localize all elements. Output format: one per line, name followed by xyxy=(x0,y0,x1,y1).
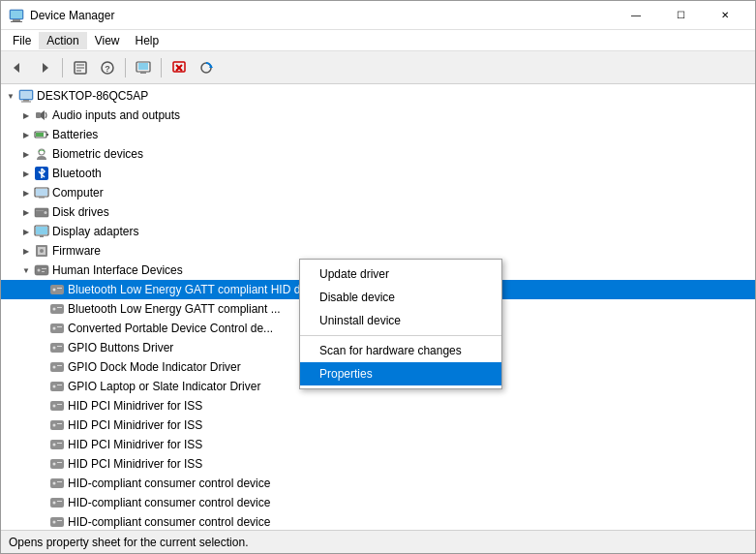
svg-rect-58 xyxy=(50,362,64,372)
menu-view[interactable]: View xyxy=(87,32,128,49)
expand-arrow-audio[interactable] xyxy=(18,108,34,123)
svg-rect-32 xyxy=(39,197,45,199)
menu-action[interactable]: Action xyxy=(39,32,86,49)
menu-help[interactable]: Help xyxy=(128,32,167,49)
firmware-label: Firmware xyxy=(52,244,101,258)
toolbar-sep-2 xyxy=(125,58,126,77)
expand-arrow-biometric[interactable] xyxy=(18,146,34,162)
toolbar-update-driver[interactable] xyxy=(131,55,156,80)
svg-point-80 xyxy=(53,502,56,505)
tree-item-hid10[interactable]: HID PCI Minidriver for ISS xyxy=(1,454,755,474)
menu-file[interactable]: File xyxy=(5,32,39,49)
disk-icon xyxy=(34,204,49,220)
hid10-label: HID PCI Minidriver for ISS xyxy=(68,457,202,471)
root-label: DESKTOP-86QC5AP xyxy=(37,89,148,103)
toolbar: ? xyxy=(1,51,755,84)
svg-rect-66 xyxy=(57,404,62,405)
toolbar-scan[interactable] xyxy=(194,55,219,80)
hid-dev-icon-5 xyxy=(49,359,65,375)
svg-point-68 xyxy=(53,424,56,427)
toolbar-sep-3 xyxy=(161,58,162,77)
svg-rect-21 xyxy=(20,91,32,99)
tree-item-firmware[interactable]: Firmware xyxy=(1,241,755,261)
status-bar: Opens property sheet for the current sel… xyxy=(1,530,755,553)
hid-dev-icon-8 xyxy=(49,417,65,433)
tree-item-hid7[interactable]: HID PCI Minidriver for ISS xyxy=(1,396,755,416)
hid-dev-icon-10 xyxy=(49,456,65,472)
svg-rect-69 xyxy=(57,423,62,424)
toolbar-uninstall[interactable] xyxy=(166,55,192,80)
tree-item-hid12[interactable]: HID-compliant consumer control device xyxy=(1,493,755,512)
tree-item-disk[interactable]: Disk drives xyxy=(1,202,755,222)
tree-item-audio[interactable]: Audio inputs and outputs xyxy=(1,106,755,125)
hid7-label: HID PCI Minidriver for ISS xyxy=(68,399,202,413)
tree-item-display[interactable]: Display adapters xyxy=(1,222,755,241)
tree-item-bluetooth[interactable]: Bluetooth xyxy=(1,164,755,183)
hid5-label: GPIO Dock Mode Indicator Driver xyxy=(68,360,241,374)
ctx-disable[interactable]: Disable device xyxy=(300,286,501,309)
disk-label: Disk drives xyxy=(52,205,109,219)
tree-item-biometric[interactable]: Biometric devices xyxy=(1,144,755,164)
svg-rect-13 xyxy=(138,63,148,70)
ctx-update-driver[interactable]: Update driver xyxy=(300,262,501,286)
hid9-label: HID PCI Minidriver for ISS xyxy=(68,438,202,451)
main-content: DESKTOP-86QC5AP Audio inputs and outputs xyxy=(1,84,755,530)
svg-rect-52 xyxy=(50,323,64,333)
ctx-separator xyxy=(300,335,501,336)
svg-point-53 xyxy=(53,327,56,330)
svg-point-59 xyxy=(53,366,56,369)
hid4-label: GPIO Buttons Driver xyxy=(68,341,173,354)
toolbar-help[interactable]: ? xyxy=(95,55,120,80)
svg-point-56 xyxy=(53,347,56,350)
expand-arrow-display[interactable] xyxy=(18,224,34,239)
tree-item-batteries[interactable]: Batteries xyxy=(1,125,755,144)
ctx-properties[interactable]: Properties xyxy=(300,362,501,385)
expand-arrow-computer[interactable] xyxy=(18,185,34,200)
svg-point-41 xyxy=(40,249,44,253)
hid-dev-icon-1 xyxy=(49,282,65,297)
expand-arrow-firmware[interactable] xyxy=(18,243,34,259)
hid13-label: HID-compliant consumer control device xyxy=(68,515,270,529)
hid-dev-icon-13 xyxy=(49,514,65,530)
svg-rect-46 xyxy=(50,285,64,294)
expand-arrow-root[interactable] xyxy=(3,88,18,104)
expand-arrow-hid[interactable] xyxy=(18,262,34,278)
tree-item-hid11[interactable]: HID-compliant consumer control device xyxy=(1,474,755,493)
expand-arrow-batteries[interactable] xyxy=(18,127,34,142)
toolbar-properties[interactable] xyxy=(68,55,93,80)
status-text: Opens property sheet for the current sel… xyxy=(9,536,248,549)
firmware-icon xyxy=(34,243,49,259)
hid-dev-icon-7 xyxy=(49,398,65,414)
biometric-label: Biometric devices xyxy=(52,147,143,161)
tree-item-hid8[interactable]: HID PCI Minidriver for ISS xyxy=(1,416,755,435)
title-bar: Device Manager — ☐ ✕ xyxy=(1,1,755,30)
svg-point-74 xyxy=(53,463,56,466)
close-button[interactable]: ✕ xyxy=(703,1,747,30)
tree-item-computer[interactable]: Computer xyxy=(1,183,755,202)
maximize-button[interactable]: ☐ xyxy=(658,1,703,30)
ctx-uninstall[interactable]: Uninstall device xyxy=(300,309,501,332)
toolbar-forward[interactable] xyxy=(32,55,57,80)
svg-rect-35 xyxy=(36,210,44,211)
batteries-label: Batteries xyxy=(52,128,98,141)
svg-rect-81 xyxy=(57,501,62,502)
svg-rect-38 xyxy=(40,235,44,237)
context-menu: Update driver Disable device Uninstall d… xyxy=(299,259,502,389)
ctx-scan[interactable]: Scan for hardware changes xyxy=(300,339,501,362)
svg-point-71 xyxy=(53,444,56,446)
tree-item-hid13[interactable]: HID-compliant consumer control device xyxy=(1,512,755,530)
minimize-button[interactable]: — xyxy=(614,1,658,30)
tree-item-root[interactable]: DESKTOP-86QC5AP xyxy=(1,86,755,106)
svg-rect-48 xyxy=(57,288,62,289)
toolbar-back[interactable] xyxy=(5,55,30,80)
device-tree[interactable]: DESKTOP-86QC5AP Audio inputs and outputs xyxy=(1,84,755,530)
biometric-icon xyxy=(34,146,49,162)
svg-point-62 xyxy=(53,385,56,388)
svg-rect-37 xyxy=(36,227,47,234)
expand-arrow-bluetooth[interactable] xyxy=(18,166,34,181)
hid-dev-icon-3 xyxy=(49,321,65,336)
hid8-label: HID PCI Minidriver for ISS xyxy=(68,418,202,432)
expand-arrow-disk[interactable] xyxy=(18,204,34,220)
hid-icon xyxy=(34,262,49,278)
tree-item-hid9[interactable]: HID PCI Minidriver for ISS xyxy=(1,435,755,454)
